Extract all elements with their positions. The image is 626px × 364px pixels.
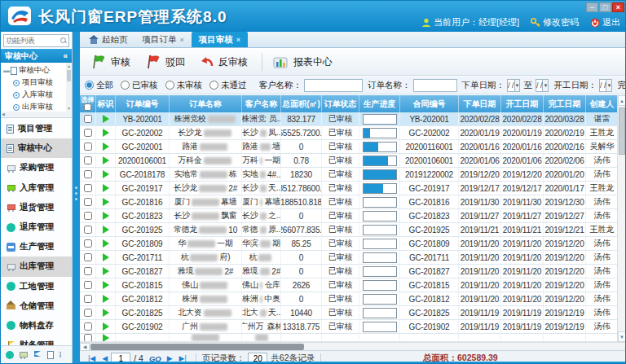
reject-button[interactable]: 驳回 (141, 51, 192, 72)
row-checkbox[interactable] (84, 253, 92, 261)
sidebar-item-11[interactable]: 财务管理 (1, 335, 72, 345)
table-horizontal-scrollbar[interactable]: ◀ ▶ (80, 342, 625, 350)
row-checkbox[interactable] (84, 198, 92, 206)
tree-item-1[interactable]: 入库审核 (1, 89, 72, 101)
row-checkbox[interactable] (84, 239, 92, 248)
table-row[interactable]: GC-201812株洲株洲中奥0已审核GC-2018122019/11/2020… (80, 292, 619, 306)
column-header-9[interactable]: 下单日期 (459, 95, 501, 112)
sidebar-item-10[interactable]: 物料盘存 (1, 316, 72, 335)
module-circle-icon[interactable] (6, 351, 14, 359)
sidebar-item-9[interactable]: 仓储管理 (1, 296, 72, 316)
start-date-input[interactable]: / / (599, 79, 607, 92)
table-row[interactable]: GC-201917长沙龙2#长沙天..8512.78600..已审核GC-201… (80, 182, 619, 195)
order-date-from-input[interactable]: / / (507, 79, 515, 92)
column-header-7[interactable]: 生产进度 (359, 95, 400, 112)
table-row[interactable]: GC-201815佛山佛山仓库2626已审核GC-2018152019/11/2… (80, 278, 619, 292)
table-row[interactable]: GC-201827雅境2#雅境2#0已审核GC-2018272019/11/20… (80, 265, 619, 278)
row-checkbox[interactable] (84, 129, 92, 137)
tab-project-audit[interactable]: 项目审核 × (192, 32, 248, 47)
row-checkbox[interactable] (84, 156, 92, 164)
table-row[interactable]: GC-201925常德龙10常德原..266077.835..已审核GC-201… (80, 223, 619, 237)
column-header-12[interactable]: 创建人 (586, 95, 619, 112)
row-checkbox[interactable] (84, 143, 92, 151)
row-checkbox[interactable] (84, 267, 92, 275)
column-header-6[interactable]: 订单状态 (322, 95, 359, 112)
tab-close-icon[interactable]: × (180, 36, 184, 44)
sidebar-splitter[interactable] (73, 32, 80, 363)
column-header-1[interactable]: 标识 (96, 95, 116, 112)
tab-home[interactable]: 起始页 (82, 32, 135, 47)
column-header-10[interactable]: 开工日期 (501, 95, 544, 112)
table-row[interactable]: GC-201825北大资北大天..10440已审核GC-2018252019/1… (80, 306, 619, 320)
function-search-input[interactable] (6, 35, 61, 46)
hscroll-thumb[interactable] (90, 344, 304, 350)
table-row[interactable]: 20200106001万科金万科一期0.78已审核202001060012020… (80, 154, 619, 168)
tree-item-0[interactable]: 项目审核 (1, 77, 72, 89)
row-checkbox[interactable] (84, 309, 92, 317)
radio-unaudited[interactable]: 未审核 (165, 80, 203, 91)
sidebar-item-6[interactable]: 生产管理 (1, 237, 72, 257)
column-header-0[interactable]: 选择 (80, 95, 96, 112)
scroll-down-icon[interactable]: ▼ (618, 331, 625, 342)
report-center-button[interactable]: 报表中心 (269, 52, 340, 72)
logout-button[interactable]: 退出 (590, 16, 620, 29)
table-row[interactable]: GC-201902广州广州万森林13318.775已审核GC-201902201… (80, 320, 619, 334)
radio-not-passed[interactable]: 未通过 (209, 80, 247, 91)
sidebar-item-4[interactable]: 退货管理 (1, 198, 72, 217)
row-checkbox[interactable] (84, 295, 92, 303)
sidebar-item-2[interactable]: 采购管理 (1, 158, 72, 178)
column-header-4[interactable]: 客户名称 (242, 95, 281, 112)
tree-vertical-scrollbar[interactable]: ▲ ▼ (66, 63, 72, 117)
chevron-down-icon[interactable]: ▼ (515, 79, 521, 92)
radio-all[interactable]: 全部 (85, 80, 113, 91)
collapse-icon[interactable]: « (63, 49, 68, 63)
table-row[interactable]: YB-202001株洲党校株洲党员..832.177已审核YB-20200120… (80, 112, 619, 126)
table-row[interactable]: GC-201816厦门幕墙厦门幕墙188510.818已审核GC-2018162… (80, 195, 619, 209)
row-checkbox[interactable] (84, 334, 92, 341)
column-header-3[interactable]: 订单名称 (170, 95, 242, 112)
sidebar-item-0[interactable]: 项目管理 (1, 119, 72, 138)
radio-audited[interactable]: 已审核 (121, 80, 158, 91)
scroll-down-icon[interactable]: ▼ (66, 106, 72, 111)
more-options-icon[interactable]: ⁞ (60, 351, 68, 359)
scroll-up-icon[interactable]: ▲ (618, 95, 625, 106)
sidebar-item-5[interactable]: 退库管理 (1, 217, 72, 237)
vscroll-thumb[interactable] (619, 107, 625, 155)
sidebar-item-3[interactable]: 入库管理 (1, 178, 72, 198)
tree-root-audit-center[interactable]: ▬ 审核中心 (1, 64, 72, 77)
column-header-5[interactable]: 总面积(㎡) (281, 95, 322, 112)
tree-expander-icon[interactable]: ▬ (3, 67, 9, 74)
row-checkbox[interactable] (84, 170, 92, 178)
row-checkbox[interactable] (84, 184, 92, 192)
table-row[interactable]: GC-201711杭府)杭0已审核GC-2017112019/11/202019… (80, 251, 619, 265)
table-row[interactable]: GC-201823长沙飘窗长沙之..0已审核GC-2018232019/11/2… (80, 209, 619, 223)
close-button[interactable]: × (612, 2, 624, 12)
module-doc-icon[interactable] (47, 351, 54, 359)
row-checkbox[interactable] (84, 281, 92, 289)
unaudit-button[interactable]: 反审核 (196, 52, 255, 72)
table-row[interactable]: GC-202001路港路港墙0已审核202001160012020/01/162… (80, 140, 619, 154)
sidebar-item-1[interactable]: 审核中心 (1, 138, 72, 158)
audit-button[interactable]: 审核 (86, 51, 138, 72)
tab-project-orders[interactable]: 项目订单 × (135, 32, 192, 47)
table-row[interactable]: GC-2018178实地常栋实地4#..18230已审核201912200022… (80, 168, 619, 182)
sidebar-item-8[interactable]: 工地管理 (1, 277, 72, 296)
row-checkbox[interactable] (84, 322, 92, 331)
maximize-button[interactable]: □ (599, 2, 611, 12)
row-checkbox[interactable] (84, 226, 92, 234)
table-row[interactable]: GC-201809华一期华滨期85.25已审核GC-2018092019/11/… (80, 237, 619, 251)
column-header-11[interactable]: 完工日期 (544, 95, 586, 112)
order-name-input[interactable] (413, 79, 457, 92)
column-header-8[interactable]: 合同编号 (400, 95, 459, 112)
sidebar-item-7[interactable]: 出库管理 (1, 257, 72, 276)
module-flag-icon[interactable] (33, 351, 42, 359)
module-cart-icon[interactable] (20, 351, 28, 359)
table-vertical-scrollbar[interactable]: ▲ ▼ (617, 95, 625, 342)
scroll-up-icon[interactable]: ▲ (66, 64, 72, 68)
order-date-to-input[interactable]: / / (536, 79, 544, 92)
column-header-2[interactable]: 订单编号 (116, 95, 170, 112)
chevron-down-icon[interactable]: ▼ (606, 79, 612, 92)
customer-name-input[interactable] (304, 79, 363, 92)
table-row[interactable]: GC-202002长沙龙长沙凤..65525.7200..已审核GC-20200… (80, 126, 619, 140)
chevron-down-icon[interactable]: ▼ (543, 79, 549, 92)
